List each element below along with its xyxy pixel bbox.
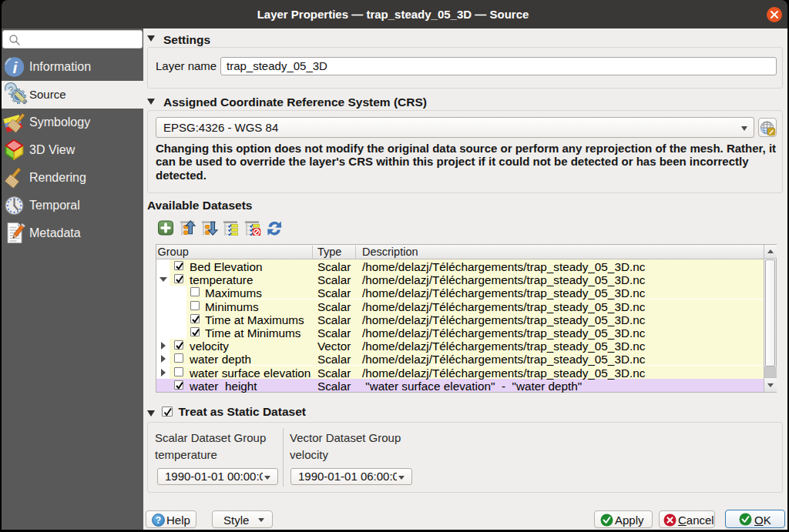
svg-text:?: ? xyxy=(156,515,161,526)
